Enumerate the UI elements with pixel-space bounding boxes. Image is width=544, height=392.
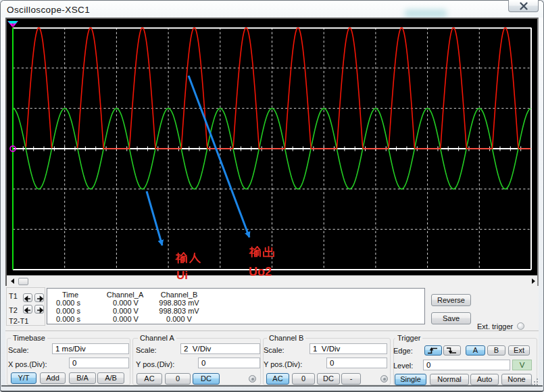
svg-text:1: 1 bbox=[11, 23, 14, 28]
